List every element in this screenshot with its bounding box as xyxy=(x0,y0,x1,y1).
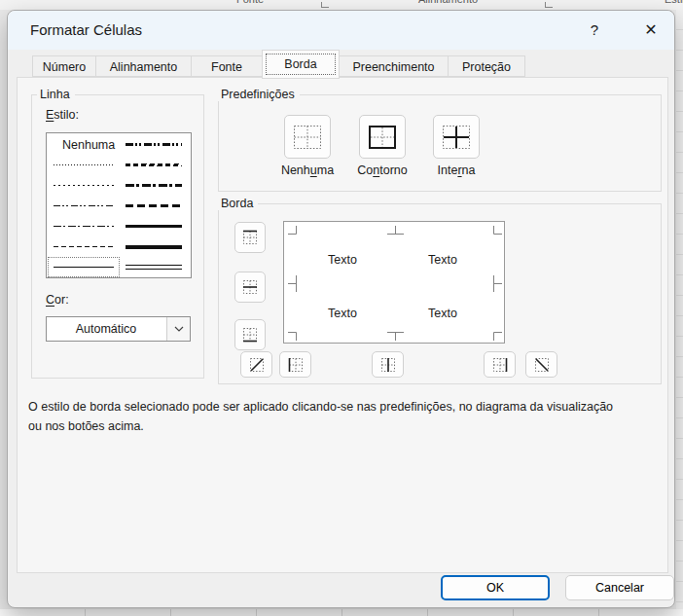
ribbon-group-label: Fonte xyxy=(236,0,264,5)
color-dropdown-value: Automático xyxy=(47,317,165,341)
tab-protecao[interactable]: Proteção xyxy=(448,55,525,77)
preset-none-label: Nenhuma xyxy=(270,163,344,177)
preset-none-button[interactable] xyxy=(284,115,331,159)
line-style-listbox: Nenhuma xyxy=(46,132,192,278)
border-bottom-button[interactable] xyxy=(234,319,266,350)
border-anchor-marks xyxy=(284,222,506,344)
group-predefinicoes: Predefinições Nenhuma xyxy=(218,94,662,192)
border-right-button[interactable] xyxy=(484,351,516,378)
group-linha: Linha Estilo: Nenhuma xyxy=(31,94,204,379)
color-dropdown[interactable]: Automático xyxy=(46,316,191,342)
format-cells-dialog: Formatar Células ? ✕ Número Alinhamento … xyxy=(7,10,675,608)
border-inner-horizontal-button[interactable] xyxy=(234,272,266,303)
border-inner-vertical-button[interactable] xyxy=(372,351,404,378)
cor-label: Cor: xyxy=(46,293,69,307)
dialog-launcher-icon xyxy=(545,2,553,8)
group-borda-label: Borda xyxy=(218,197,258,210)
dialog-launcher-icon xyxy=(321,2,329,8)
line-style-option-hair-dotted[interactable] xyxy=(48,155,120,175)
border-diagonal-down-button[interactable] xyxy=(525,351,557,378)
border-left-icon xyxy=(287,356,305,374)
preset-outline-icon xyxy=(365,123,400,152)
line-style-option-medium-dash-dot-dot[interactable] xyxy=(120,134,188,155)
line-style-option-dotted[interactable] xyxy=(48,175,120,196)
preset-outline-button[interactable] xyxy=(359,115,406,159)
border-diagonal-up-icon xyxy=(248,356,266,374)
preset-outline-label: Contorno xyxy=(345,163,419,177)
border-diagonal-down-icon xyxy=(533,356,551,374)
line-style-option-slant-dash-dot[interactable] xyxy=(120,155,188,175)
border-top-button[interactable] xyxy=(234,222,266,253)
line-style-option-medium-solid[interactable] xyxy=(120,216,188,236)
excel-grid-fragment-right xyxy=(676,10,683,609)
tab-strip: Número Alinhamento Fonte Borda Preenchim… xyxy=(33,55,525,79)
screen: Fonte Alinhamento Estil Formatar Células… xyxy=(0,0,683,616)
border-diagonal-up-button[interactable] xyxy=(240,351,272,378)
border-bottom-icon xyxy=(241,326,259,344)
tab-alinhamento[interactable]: Alinhamento xyxy=(95,55,192,77)
ribbon-group-label: Alinhamento xyxy=(418,0,478,5)
tab-borda[interactable]: Borda xyxy=(262,50,340,79)
line-style-option-none[interactable]: Nenhuma xyxy=(48,134,120,155)
tab-numero[interactable]: Número xyxy=(32,55,96,77)
border-inner-vertical-icon xyxy=(379,356,397,374)
preview-text: Texto xyxy=(328,307,357,320)
line-style-option-thin-solid-selected[interactable] xyxy=(48,257,120,277)
cancel-button[interactable]: Cancelar xyxy=(565,575,674,600)
group-borda: Borda xyxy=(218,203,662,384)
title-bar: Formatar Células ? ✕ xyxy=(8,11,674,50)
line-style-option-dash-dot[interactable] xyxy=(48,216,120,236)
tab-preenchimento[interactable]: Preenchimento xyxy=(339,55,449,77)
preset-inside: Interna xyxy=(419,115,493,177)
preset-none-icon xyxy=(290,123,325,152)
excel-ribbon-fragment: Fonte Alinhamento Estil xyxy=(0,0,683,10)
preview-text: Texto xyxy=(428,307,457,320)
preset-inside-label: Interna xyxy=(419,163,493,177)
border-top-icon xyxy=(241,229,259,246)
excel-grid-fragment-bottom xyxy=(0,609,683,616)
border-preview-diagram[interactable]: Texto Texto Texto Texto xyxy=(283,221,505,344)
line-style-option-dash-dot-dot[interactable] xyxy=(48,196,120,216)
preview-text: Texto xyxy=(428,253,457,267)
tab-fonte[interactable]: Fonte xyxy=(191,55,263,77)
help-button[interactable]: ? xyxy=(580,11,609,50)
border-right-icon xyxy=(491,356,509,374)
preset-outline: Contorno xyxy=(345,115,419,177)
ok-button[interactable]: OK xyxy=(441,575,550,600)
group-predefinicoes-label: Predefinições xyxy=(218,88,300,101)
line-style-option-medium-dashed[interactable] xyxy=(120,196,188,216)
preset-inside-icon xyxy=(439,123,474,152)
ribbon-group-label: Estil xyxy=(665,0,683,5)
description-text: O estilo de borda selecionado pode ser a… xyxy=(28,397,665,436)
preset-none: Nenhuma xyxy=(270,115,344,177)
close-icon[interactable]: ✕ xyxy=(636,11,665,50)
group-linha-label: Linha xyxy=(37,88,75,101)
chevron-down-icon[interactable] xyxy=(166,317,190,341)
preview-text: Texto xyxy=(328,253,357,267)
border-left-button[interactable] xyxy=(279,351,311,378)
line-style-option-dashed[interactable] xyxy=(48,236,120,257)
tab-page-borda: Linha Estilo: Nenhuma xyxy=(17,77,668,573)
line-style-option-double[interactable] xyxy=(120,257,188,277)
preset-inside-button[interactable] xyxy=(433,115,480,159)
line-style-option-thick-solid[interactable] xyxy=(120,236,188,257)
border-inner-horizontal-icon xyxy=(241,278,259,296)
estilo-label: Estilo: xyxy=(46,108,79,122)
line-style-option-medium-dash-dot[interactable] xyxy=(120,175,188,196)
dialog-title: Formatar Células xyxy=(30,11,142,50)
